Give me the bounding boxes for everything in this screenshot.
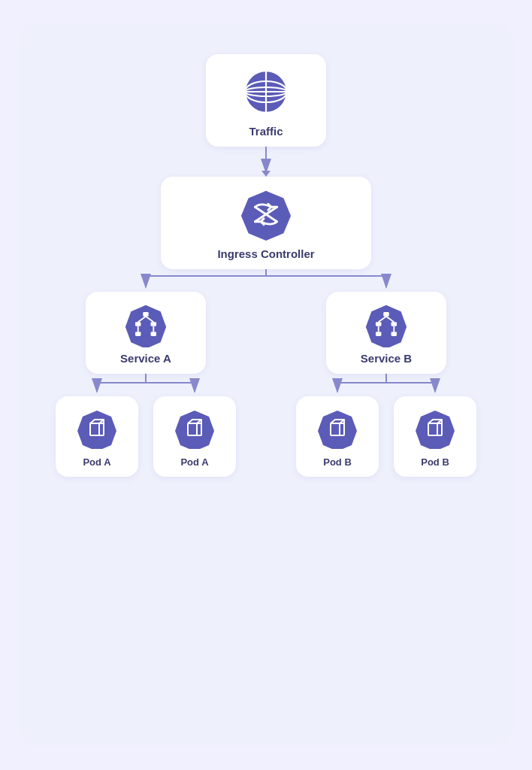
svg-marker-7	[241, 191, 291, 241]
svg-marker-22	[77, 411, 116, 449]
pod-b2-label: Pod B	[421, 456, 449, 468]
branch-a: Service A	[56, 292, 236, 477]
globe-icon	[239, 65, 293, 119]
diagram-container: Traffic	[18, 24, 514, 746]
traffic-node: Traffic	[206, 54, 326, 147]
svg-marker-30	[366, 305, 407, 347]
svg-rect-38	[376, 332, 381, 336]
svg-marker-26	[175, 411, 214, 449]
svg-marker-40	[318, 411, 357, 449]
svg-rect-21	[151, 332, 156, 336]
svg-rect-14	[135, 322, 141, 326]
pod-a2-label: Pod A	[180, 456, 208, 468]
svg-rect-39	[391, 332, 397, 336]
pod-a1-label: Pod A	[83, 456, 110, 468]
pod-b1-label: Pod B	[323, 456, 352, 468]
pod-a2-node: Pod A	[153, 396, 236, 477]
ingress-label: Ingress Controller	[217, 247, 314, 260]
svg-rect-20	[135, 332, 141, 336]
svg-marker-44	[416, 411, 455, 449]
pod-pair-a: Pod A	[56, 396, 236, 477]
cube-a2-icon	[173, 407, 216, 450]
service-b-label: Service B	[361, 352, 412, 365]
cube-b1-icon	[316, 407, 359, 450]
ingress-node: Ingress Controller	[161, 177, 371, 269]
shuffle-icon	[239, 187, 293, 241]
svg-rect-32	[376, 322, 381, 326]
service-a-node: Service A	[86, 292, 206, 374]
svg-rect-33	[391, 322, 397, 326]
svg-rect-13	[143, 312, 148, 317]
pod-b1-node: Pod B	[296, 396, 379, 477]
branches-container: Service A	[56, 292, 476, 477]
cube-b2-icon	[413, 407, 457, 450]
svg-rect-31	[383, 312, 388, 317]
branch-b: Service B	[296, 292, 476, 477]
svg-marker-12	[125, 305, 166, 347]
spacer-ingress-services	[33, 269, 499, 292]
spacer-sa-pods	[56, 374, 236, 396]
pod-b2-node: Pod B	[394, 396, 476, 477]
network-a-icon	[124, 302, 168, 346]
pod-a1-node: Pod A	[56, 396, 138, 477]
pod-pair-b: Pod B	[296, 396, 476, 477]
service-b-node: Service B	[326, 292, 446, 374]
traffic-label: Traffic	[249, 125, 283, 138]
svg-rect-15	[151, 322, 156, 326]
service-a-label: Service A	[120, 352, 171, 365]
network-b-icon	[364, 302, 408, 346]
cube-a1-icon	[75, 407, 119, 450]
